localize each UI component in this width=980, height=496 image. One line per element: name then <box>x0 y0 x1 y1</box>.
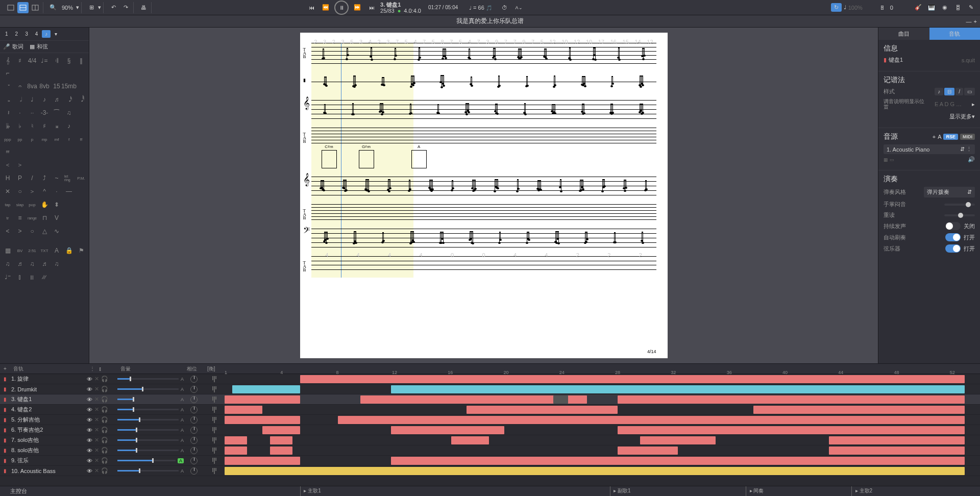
volume-slider[interactable] <box>117 450 179 451</box>
bars-icon[interactable]: ⫿ <box>15 272 24 282</box>
vibrato-icon[interactable]: ~ <box>52 173 61 183</box>
pan-knob[interactable] <box>190 376 198 383</box>
eq-button[interactable] <box>204 437 225 443</box>
timesig-icon[interactable]: 4/4 <box>28 56 37 65</box>
tuplet-icon[interactable]: -3- <box>40 108 49 117</box>
solo-icon[interactable]: 🎧 <box>101 386 108 392</box>
drumpad-icon[interactable]: ◉ <box>939 2 950 13</box>
pan-knob[interactable] <box>190 427 198 434</box>
volume-slider[interactable] <box>117 378 179 380</box>
countdown-icon[interactable]: A⌄ <box>513 2 525 13</box>
sustain-toggle[interactable] <box>945 222 961 230</box>
clip[interactable] <box>618 426 965 434</box>
clip[interactable] <box>829 436 965 444</box>
metronome-icon[interactable]: ⏱ <box>499 2 510 13</box>
track-row[interactable]: ▮6. 节奏吉他2👁✕🎧A <box>0 425 980 435</box>
greater-icon[interactable]: > <box>15 227 24 236</box>
strings-toggle[interactable] <box>945 244 961 253</box>
mf-icon[interactable]: mf <box>52 135 61 144</box>
section-marker[interactable]: ▸ 间奏 <box>750 487 764 494</box>
let-ring-icon[interactable]: let ring <box>64 173 74 183</box>
mute-icon[interactable]: ✕ <box>94 396 99 403</box>
chord-grid-icon[interactable]: ▦ <box>3 246 12 255</box>
palette-tab-3[interactable]: 3 <box>22 30 31 38</box>
track-row[interactable]: ▮8. solo吉他👁✕🎧A <box>0 445 980 456</box>
pan-knob[interactable] <box>190 386 198 393</box>
f-icon[interactable]: f <box>64 135 74 144</box>
solo-icon[interactable]: 🎧 <box>101 427 108 433</box>
accent-icon[interactable]: ＞ <box>28 187 37 196</box>
crescendo-icon[interactable]: ＜ <box>3 160 12 169</box>
tempo-mark-icon[interactable]: ♩= <box>40 56 49 65</box>
beamed1-icon[interactable]: ♫ <box>3 259 12 268</box>
skip-end-button[interactable]: ⏭ <box>366 2 377 13</box>
volume-slider[interactable] <box>117 409 179 410</box>
mixer-icon[interactable]: 🎛 <box>952 2 964 13</box>
rse-badge[interactable]: RSE <box>943 134 958 140</box>
clip[interactable] <box>225 416 300 424</box>
layout-horizontal-icon[interactable] <box>17 2 29 13</box>
mute-icon[interactable]: ✕ <box>94 406 99 413</box>
half-note-icon[interactable]: 𝅗𝅥 <box>15 95 24 104</box>
mute-icon[interactable]: ✕ <box>94 447 99 454</box>
whole-note-icon[interactable]: 𝅝 <box>3 95 12 104</box>
palette-tab-2[interactable]: 2 <box>12 30 21 38</box>
solo-icon[interactable]: 🎧 <box>101 396 108 403</box>
track-row[interactable]: ▮2. Drumkit👁✕🎧A <box>0 384 980 394</box>
automation-icon[interactable]: A <box>938 134 941 140</box>
bend-icon[interactable]: ⤴ <box>40 173 49 183</box>
mute-icon[interactable]: ✕ <box>94 386 99 392</box>
clip[interactable] <box>225 447 247 455</box>
stem-icon[interactable]: ♩⁼ <box>3 272 12 282</box>
vbars-icon[interactable]: ⫼ <box>28 272 37 282</box>
histogram-icon[interactable]: ⫻ <box>40 272 49 282</box>
pan-knob[interactable] <box>190 437 198 444</box>
volume-slider[interactable] <box>117 388 179 390</box>
clip[interactable] <box>391 385 965 393</box>
notation-style-standard[interactable]: ♪ <box>935 88 943 95</box>
fff-icon[interactable]: fff <box>3 147 12 156</box>
autobrush-toggle[interactable] <box>945 233 961 241</box>
slide-icon[interactable]: / <box>28 173 37 183</box>
sound-preset-dropdown[interactable]: 1. Acoustic Piano⇵ ⋮ <box>884 144 975 154</box>
clip[interactable] <box>232 385 300 393</box>
track-clips[interactable] <box>225 394 980 404</box>
barline-icon[interactable]: ‖ <box>77 56 86 65</box>
txt-icon[interactable]: TXT <box>40 246 49 255</box>
less-icon[interactable]: < <box>3 227 12 236</box>
tuning-next-icon[interactable]: ▸ <box>972 101 975 108</box>
track-clips[interactable] <box>225 445 980 455</box>
track-color-icon[interactable]: ▮ <box>0 417 10 423</box>
solo-icon[interactable]: 🎧 <box>101 467 108 474</box>
tie-icon[interactable]: ⁀ <box>52 108 61 117</box>
hand-icon[interactable]: ✋ <box>40 200 49 209</box>
clip[interactable] <box>225 467 965 475</box>
clip[interactable] <box>553 395 569 404</box>
score-viewport[interactable]: TAB 232353423754758754739779751210121017… <box>89 28 878 363</box>
section-marker[interactable]: ▸ 主歌1 <box>304 487 321 494</box>
notation-style-blank[interactable]: ▭ <box>964 88 975 95</box>
pan-knob[interactable] <box>190 396 198 403</box>
track-color-icon[interactable]: ▮ <box>0 468 10 474</box>
track-color-icon[interactable]: ▮ <box>0 448 10 453</box>
hammer-icon[interactable]: H <box>3 173 12 183</box>
palette-tab-notation[interactable]: ♪ <box>42 30 51 38</box>
visibility-icon[interactable]: 👁 <box>87 468 92 474</box>
lyrics-button[interactable]: 🎤 歌词 <box>3 43 23 51</box>
volume-slider[interactable] <box>117 399 179 400</box>
beamed3-icon[interactable]: ♫ <box>28 259 37 268</box>
play-pause-button[interactable]: ⏸ <box>334 1 349 15</box>
track-clips[interactable] <box>225 466 980 476</box>
track-row[interactable]: ▮5. 分解吉他👁✕🎧A <box>0 415 980 425</box>
visibility-icon[interactable]: 👁 <box>87 427 92 433</box>
eq-button[interactable] <box>204 458 225 464</box>
mute-icon[interactable]: ✕ <box>94 457 99 464</box>
palm-mute-slider[interactable] <box>944 204 975 206</box>
dead-note-icon[interactable]: ✕ <box>3 187 12 196</box>
fade-icon[interactable]: ⬍ <box>52 200 61 209</box>
clip[interactable] <box>300 375 965 383</box>
range-icon[interactable]: range <box>28 213 37 222</box>
clip[interactable] <box>391 426 504 434</box>
beamed4-icon[interactable]: ♬ <box>40 259 49 268</box>
fastforward-button[interactable]: ⏩ <box>352 2 363 13</box>
